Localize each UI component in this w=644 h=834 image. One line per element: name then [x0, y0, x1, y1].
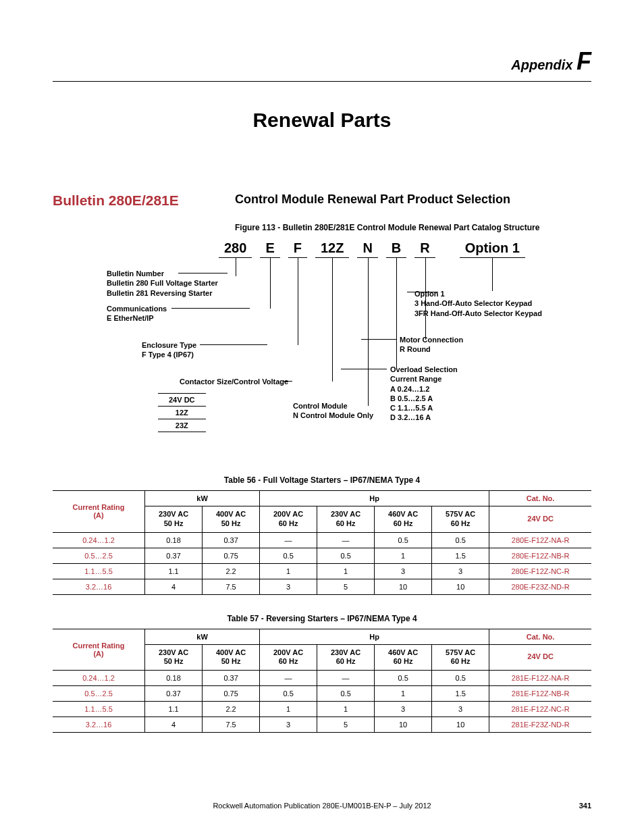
table-cell: 3 [375, 563, 432, 579]
ann-comm: Communications E EtherNet/IP [107, 304, 167, 323]
table-cell: 0.5 [375, 532, 432, 548]
table-cell: 0.5 [260, 548, 317, 563]
col-400-50: 400V AC 50 Hz [203, 644, 260, 671]
table-row: 0.24…1.20.180.37——0.50.5281E-F12Z-NA-R [53, 671, 591, 686]
table-cell: 3 [375, 702, 432, 717]
col-24vdc: 24V DC [489, 506, 591, 533]
table-cell: 4 [145, 717, 203, 733]
line-comm [171, 308, 250, 309]
table-cell: 3 [432, 563, 489, 579]
table-cell: — [260, 532, 317, 548]
right-heading: Control Module Renewal Part Product Sele… [235, 192, 613, 207]
table-cell: 281E-F12Z-NC-R [489, 702, 591, 717]
table-cell: 0.5 [260, 686, 317, 702]
table-cell: 3 [260, 717, 317, 733]
col-24vdc: 24V DC [489, 644, 591, 671]
line-motor [361, 339, 396, 340]
appendix-letter: F [576, 47, 591, 75]
table-cell: 3 [260, 579, 317, 594]
seg-b: B [386, 240, 406, 258]
page-title: Renewal Parts [53, 109, 591, 132]
appendix-word: Appendix [511, 57, 572, 72]
table-cell: 7.5 [203, 717, 260, 733]
col-575-60: 575V AC 60 Hz [432, 644, 489, 671]
seg-r: R [414, 240, 435, 258]
ann-ovl: Overload Selection Current Range A 0.24…… [390, 365, 458, 423]
col-400-50: 400V AC 50 Hz [203, 506, 260, 533]
appendix-header: Appendix F [53, 47, 591, 82]
col-cat: Cat. No. [489, 491, 591, 506]
table57-caption: Table 57 - Reversing Starters – IP67/NEM… [53, 614, 591, 623]
table-cell: 2.2 [203, 702, 260, 717]
table-cell: 281E-F23Z-ND-R [489, 717, 591, 733]
table-cell: 0.75 [203, 548, 260, 563]
col-hp: Hp [260, 629, 489, 644]
col-460-60: 460V AC 60 Hz [375, 644, 432, 671]
col-200-60: 200V AC 60 Hz [260, 644, 317, 671]
table-cell: 0.75 [203, 686, 260, 702]
table-cell: 280E-F12Z-NB-R [489, 548, 591, 563]
ann-motor: Motor Connection R Round [400, 335, 463, 355]
table-cell: 0.5 [432, 532, 489, 548]
table-cell: — [260, 671, 317, 686]
table-cell: 280E-F12Z-NA-R [489, 532, 591, 548]
seg-option1: Option 1 [460, 240, 525, 258]
table-cell: 1 [375, 548, 432, 563]
col-200-60: 200V AC 60 Hz [260, 506, 317, 533]
table-cell: 0.5…2.5 [53, 686, 145, 702]
col-230-50: 230V AC 50 Hz [145, 644, 203, 671]
table-row: 1.1…5.51.12.21133281E-F12Z-NC-R [53, 702, 591, 717]
catalog-structure-diagram: 280 E F 12Z N B R Option 1 Bulletin Numb… [66, 240, 613, 457]
page-number: 341 [579, 802, 591, 810]
table-cell: 0.24…1.2 [53, 671, 145, 686]
table-cell: 4 [145, 579, 203, 594]
table-cell: 1.1…5.5 [53, 702, 145, 717]
table-cell: 1.1 [145, 563, 203, 579]
table-cell: 1.5 [432, 548, 489, 563]
table-cell: 0.37 [203, 671, 260, 686]
table-cell: 1 [375, 686, 432, 702]
left-column: Bulletin 280E/281E [53, 192, 221, 209]
line-bulletin [178, 273, 227, 273]
table-row: 1.1…5.51.12.21133280E-F12Z-NC-R [53, 563, 591, 579]
col-kw: kW [145, 491, 260, 506]
table-cell: 281E-F12Z-NB-R [489, 686, 591, 702]
seg-12z: 12Z [315, 240, 349, 258]
table-cell: 10 [432, 579, 489, 594]
table-cell: 0.5…2.5 [53, 548, 145, 563]
line-cont [284, 381, 292, 382]
seg-280: 280 [219, 240, 252, 258]
table-cell: 0.5 [375, 671, 432, 686]
ann-opt: Option 1 3 Hand-Off-Auto Selector Keypad… [414, 289, 542, 318]
ann-ctrl: Control Module N Control Module Only [293, 401, 373, 421]
table-row: 3.2…1647.5351010280E-F23Z-ND-R [53, 579, 591, 594]
col-current-rating: Current Rating (A) [53, 491, 145, 533]
table-row: 0.24…1.20.180.37——0.50.5280E-F12Z-NA-R [53, 532, 591, 548]
page-footer: Rockwell Automation Publication 280E-UM0… [53, 802, 591, 810]
line-ovl [341, 369, 387, 369]
seg-e: E [260, 240, 279, 258]
table-cell: 10 [375, 717, 432, 733]
table-cell: 3.2…16 [53, 717, 145, 733]
table-cell: 0.5 [432, 671, 489, 686]
bulletin-heading: Bulletin 280E/281E [53, 192, 221, 209]
table-cell: 1.5 [432, 686, 489, 702]
col-460-60: 460V AC 60 Hz [375, 506, 432, 533]
col-hp: Hp [260, 491, 489, 506]
table-cell: 5 [317, 579, 375, 594]
document-page: Appendix F Renewal Parts Bulletin 280E/2… [0, 0, 644, 834]
table-cell: 1 [317, 563, 375, 579]
table-cell: 0.24…1.2 [53, 532, 145, 548]
table-cell: 0.5 [317, 548, 375, 563]
table-row: 0.5…2.50.370.750.50.511.5280E-F12Z-NB-R [53, 548, 591, 563]
table-row: 3.2…1647.5351010281E-F23Z-ND-R [53, 717, 591, 733]
section-row: Bulletin 280E/281E Control Module Renewa… [53, 192, 591, 457]
table-cell: — [317, 532, 375, 548]
table-cell: 1 [317, 702, 375, 717]
ann-cont: Contactor Size/Control Voltage [180, 377, 288, 386]
col-cat: Cat. No. [489, 629, 591, 644]
table-cell: 0.37 [203, 532, 260, 548]
table-cell: 1.1…5.5 [53, 563, 145, 579]
line-encl [200, 344, 267, 345]
publication-id: Rockwell Automation Publication 280E-UM0… [213, 802, 431, 810]
